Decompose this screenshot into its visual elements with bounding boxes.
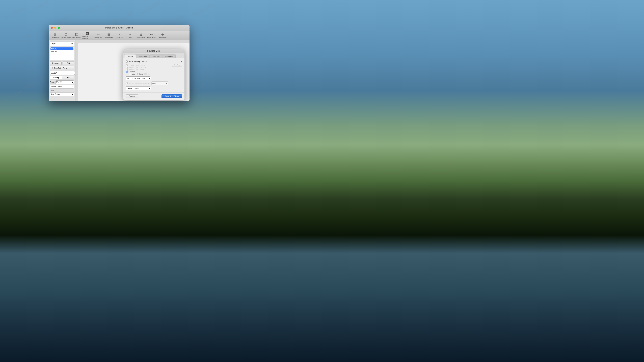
show-call-lengths-checkbox[interactable] <box>126 82 128 84</box>
shaded-checkbox[interactable] <box>126 71 128 73</box>
maximize-button[interactable] <box>58 27 60 29</box>
feet-select[interactable]: Feet Meters <box>152 81 168 85</box>
toolbar-drawing-text-label: Drawing Text <box>94 36 102 38</box>
layer-list[interactable]: MACW MACW <box>50 47 74 60</box>
toolbar-drawing-text[interactable]: ✏ Drawing Text <box>93 31 103 39</box>
toolbar-title-blocks[interactable]: ▦ Title Blocks <box>104 31 114 39</box>
sidebar: Layer 0 MACW MACW Remove Edit ⊞ Data Ent… <box>49 40 76 101</box>
screen-centric-select[interactable]: Screen Centric <box>50 85 74 88</box>
sidebar-tab-row: Drawing Layer <box>50 76 74 79</box>
toolbar-lines-label: Lines <box>128 36 132 38</box>
include-layer-name-label: Include Layer Name <box>126 64 145 66</box>
dialog-tabs: Call List Endpoints Layer Info Attribute… <box>123 53 184 58</box>
floating-lists-dialog: Floating Lists Call List Endpoints Layer… <box>123 49 184 100</box>
tab-endpoints[interactable]: Endpoints <box>136 54 149 58</box>
captions-icon: ≡ <box>118 33 120 36</box>
include-layer-name-row: Include Layer Name Set Font <box>126 64 182 67</box>
macw-input-row: Add <box>50 71 74 75</box>
include-invisible-calls-select[interactable]: Include Invisible Calls Exclude Invisibl… <box>126 76 151 80</box>
payments-icon: ⊛ <box>161 33 164 36</box>
end-points-icon: ⊕ <box>140 33 142 36</box>
data-entry-icon: ⊞ <box>52 67 53 69</box>
cancel-button[interactable]: Cancel <box>126 94 138 98</box>
toolbar-captions[interactable]: ≡ Captions <box>114 31 125 39</box>
lines-icon: ≡ <box>129 33 131 36</box>
app-window: Metes and Bounds - Untitled ⊞ Data Entry… <box>49 25 190 101</box>
list-item[interactable]: MACW <box>50 50 74 53</box>
toolbar-floating-lists-label: Floating Lists <box>147 36 156 38</box>
section-finder-icon: ⬡ <box>64 33 68 36</box>
traffic-lights <box>51 27 60 29</box>
scale-label: Scale: <box>50 81 55 83</box>
toolbar-view-settings[interactable]: ☑ View Settings <box>72 31 82 39</box>
tab-attributes[interactable]: Attributes <box>163 54 176 58</box>
toolbar: ⊞ Data Entry ⬡ Section Finder ☑ View Set… <box>49 31 190 40</box>
include-invisible-calls-row: Include Invisible Calls Exclude Invisibl… <box>126 76 182 80</box>
minimize-button[interactable] <box>54 27 56 29</box>
drawing-text-icon: ✏ <box>97 33 100 36</box>
toolbar-end-points[interactable]: ⊕ End Points <box>136 31 146 39</box>
origin-label: Origin: <box>50 89 74 91</box>
color-swatch[interactable] <box>144 73 147 75</box>
show-floating-call-list-label: Show Floating Call List <box>129 60 148 62</box>
set-font-button[interactable]: Set Font <box>172 64 182 67</box>
toolbar-section-finder[interactable]: ⬡ Section Finder <box>61 31 71 39</box>
toolbar-end-points-label: End Points <box>137 36 145 38</box>
drawing-tab[interactable]: Drawing <box>50 76 62 79</box>
toolbar-lines[interactable]: ≡ Lines <box>125 31 136 39</box>
tab-layer-info[interactable]: Layer Info <box>150 54 163 58</box>
save-and-close-button[interactable]: Save And Close <box>162 94 182 98</box>
toolbar-drawing-pictures[interactable]: 🖼 Drawing Pictures <box>82 31 92 39</box>
auto-center-select[interactable]: Auto Center <box>50 92 74 96</box>
drawing-pictures-icon: 🖼 <box>86 32 89 35</box>
title-bar: Metes and Bounds - Untitled <box>49 25 190 31</box>
column-layout-row: Single Column Two Columns <box>126 86 182 90</box>
remove-button[interactable]: Remove <box>50 61 62 65</box>
view-settings-icon: ☑ <box>75 33 78 36</box>
ruler-top <box>76 40 190 43</box>
layer-tab[interactable]: Layer <box>62 76 74 79</box>
toolbar-payments-label: Payments <box>159 36 166 38</box>
tab-call-list[interactable]: Call List <box>124 54 136 58</box>
include-call-labels-row: Include Call Labels <box>126 69 182 71</box>
dropdown-arrow-icon: ▼ <box>180 61 182 62</box>
include-call-numbers-row: Include Call Numbers <box>126 67 182 69</box>
toolbar-view-settings-label: View Settings <box>72 36 81 38</box>
toolbar-floating-lists[interactable]: 〜 Floating Lists <box>146 31 157 39</box>
toolbar-payments[interactable]: ⊛ Payments <box>157 31 168 39</box>
show-floating-call-list-checkbox[interactable] <box>126 60 128 62</box>
canvas-area: Floating Lists Call List Endpoints Layer… <box>76 40 190 101</box>
data-entry-icon: ⊞ <box>54 33 57 36</box>
use-fill-color-row: Use Fill Color ▼ <box>126 73 182 75</box>
toolbar-section-finder-label: Section Finder <box>61 36 71 38</box>
dialog-title: Floating Lists <box>148 50 160 52</box>
disabled-options-section: Include Layer Name Set Font Include Call… <box>126 64 182 75</box>
include-call-numbers-checkbox[interactable] <box>126 67 128 69</box>
edit-button[interactable]: Edit <box>62 61 74 65</box>
layer-select[interactable]: Layer 0 <box>50 41 74 46</box>
show-call-lengths-row: Show Call Lengths As As Feet Meters <box>126 81 182 85</box>
toolbar-data-entry[interactable]: ⊞ Data Entry <box>50 31 60 39</box>
include-call-labels-label: Include Call Labels <box>126 69 144 71</box>
ruler-left <box>76 43 78 101</box>
main-content: Layer 0 MACW MACW Remove Edit ⊞ Data Ent… <box>49 40 190 101</box>
color-dropdown-button[interactable]: ▼ <box>148 73 150 75</box>
list-item[interactable]: MACW <box>50 47 74 50</box>
data-entry-form-button[interactable]: ⊞ Data Entry Form <box>50 66 74 70</box>
shaded-row: Shaded <box>126 71 182 73</box>
column-layout-select[interactable]: Single Column Two Columns <box>126 86 151 90</box>
macw-input[interactable] <box>50 71 75 75</box>
include-call-labels-checkbox[interactable] <box>126 69 128 71</box>
dialog-body: Show Floating Call List ▼ Include Layer … <box>123 58 184 92</box>
sidebar-action-buttons: Remove Edit <box>50 61 74 65</box>
floating-lists-icon: 〜 <box>150 33 154 36</box>
toolbar-captions-label: Captions <box>116 36 122 38</box>
include-call-numbers-label: Include Call Numbers <box>126 67 146 69</box>
use-fill-color-checkbox[interactable] <box>129 73 131 75</box>
include-layer-name-checkbox[interactable] <box>126 64 128 66</box>
scale-select[interactable]: 1" = 72' <box>55 80 74 84</box>
toolbar-title-blocks-label: Title Blocks <box>105 36 113 38</box>
close-button[interactable] <box>51 27 53 29</box>
toolbar-drawing-pictures-label: Drawing Pictures <box>82 36 92 39</box>
scale-row: Scale: 1" = 72' <box>50 80 74 84</box>
